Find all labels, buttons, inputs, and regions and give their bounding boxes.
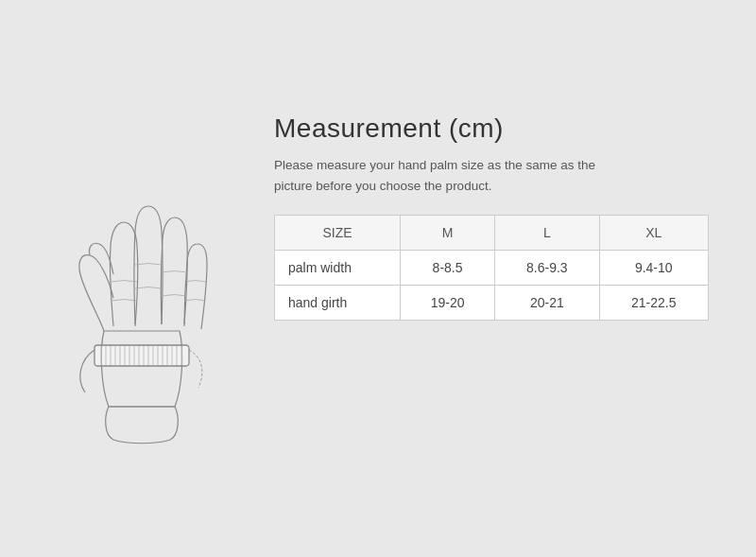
table-header-row: SIZE M L XL [275,216,709,251]
row1-l: 8.6-9.3 [495,251,599,286]
row2-xl: 21-22.5 [599,286,708,321]
header-size: SIZE [275,216,401,251]
header-l: L [495,216,599,251]
size-table: SIZE M L XL palm width 8-8.5 8.6-9.3 9.4… [274,215,709,321]
description-text: Please measure your hand palm size as th… [274,155,614,199]
row1-label: palm width [275,251,401,286]
page-title: Measurement (cm) [274,113,709,144]
svg-rect-0 [94,345,189,366]
header-m: M [400,216,494,251]
row2-m: 19-20 [400,286,494,321]
row1-m: 8-8.5 [400,251,494,286]
table-row: palm width 8-8.5 8.6-9.3 9.4-10 [275,251,709,286]
row2-l: 20-21 [495,286,599,321]
row1-xl: 9.4-10 [599,251,708,286]
hand-illustration [47,142,236,444]
main-container: Measurement (cm) Please measure your han… [19,85,737,473]
table-row: hand girth 19-20 20-21 21-22.5 [275,286,709,321]
row2-label: hand girth [275,286,401,321]
content-area: Measurement (cm) Please measure your han… [274,113,709,322]
header-xl: XL [599,216,708,251]
